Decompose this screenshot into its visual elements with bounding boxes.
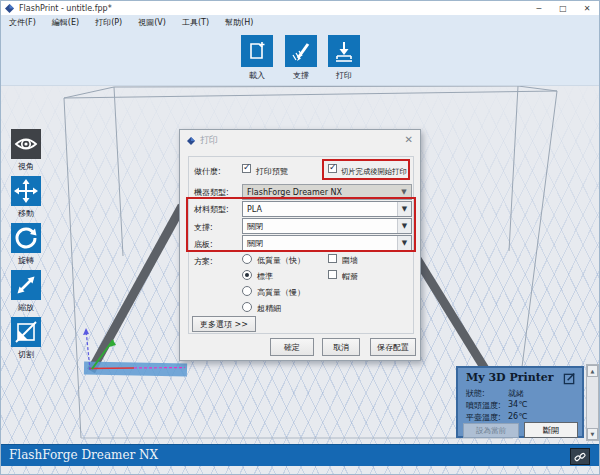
support-dropdown[interactable]: 關閉 ▼	[242, 218, 412, 234]
brim-checkbox[interactable]	[328, 270, 337, 279]
panel-scrollbar[interactable]: ▲ ▼	[586, 364, 599, 441]
move-tool-label: 移動	[11, 208, 41, 219]
scale-tool-label: 縮放	[11, 302, 41, 313]
chevron-down-icon: ▼	[397, 185, 411, 199]
disconnect-button[interactable]: 斷開	[524, 422, 578, 438]
main-toolbar: 載入 支撐 打印	[1, 29, 600, 86]
print-preview-checkbox[interactable]: ✓	[242, 164, 251, 173]
minimize-button[interactable]: ─	[527, 1, 551, 15]
flashprint-logo-icon	[5, 4, 14, 13]
chevron-down-icon[interactable]: ▼	[397, 202, 411, 216]
material-type-label: 材料類型:	[194, 204, 229, 215]
load-icon	[241, 35, 273, 67]
print-label: 打印	[328, 70, 360, 81]
machine-name: FlashForge Dreamer NX	[9, 448, 158, 462]
window-title: FlashPrint - untitle.fpp*	[19, 4, 112, 13]
menu-print[interactable]: 打印(P)	[87, 15, 130, 29]
print-button[interactable]: 打印	[328, 35, 360, 81]
print-dialog-titlebar[interactable]: 打印	[180, 130, 420, 151]
sidebar-item-view[interactable]: 視角	[11, 129, 41, 172]
status-value: 就緒	[508, 388, 524, 399]
menubar: 文件(F) 編輯(E) 打印(P) 視圖(V) 工具(T) 幫助(H)	[1, 15, 600, 29]
close-button[interactable]: ✕	[575, 1, 599, 15]
support-label: 支撐:	[194, 222, 213, 233]
menu-edit[interactable]: 編輯(E)	[44, 15, 87, 29]
menu-file[interactable]: 文件(F)	[1, 15, 44, 29]
scheme-hyper-fine-label[interactable]: 超精細	[257, 303, 281, 314]
menu-view[interactable]: 視圖(V)	[130, 15, 174, 29]
chevron-down-icon[interactable]: ▼	[397, 219, 411, 233]
scheme-low-quality-radio[interactable]	[242, 254, 252, 264]
scroll-down-icon[interactable]: ▼	[587, 428, 598, 440]
sidebar-item-scale[interactable]: 縮放	[11, 270, 41, 313]
support-label: 支撐	[285, 70, 317, 81]
dialog-title: 打印	[200, 134, 218, 147]
start-after-slicing-checkbox[interactable]: ✓	[328, 164, 337, 173]
cancel-button[interactable]: 取消	[322, 338, 360, 356]
menu-help[interactable]: 幫助(H)	[217, 15, 261, 29]
scheme-high-quality-radio[interactable]	[242, 286, 252, 296]
link-icon	[574, 451, 586, 463]
scheme-hyper-fine-radio[interactable]	[242, 302, 252, 312]
x-axis	[89, 368, 134, 369]
print-preview-label[interactable]: 打印預覽	[256, 166, 288, 177]
load-button[interactable]: 載入	[241, 35, 273, 81]
machine-type-value: FlashForge Dreamer NX	[243, 188, 397, 197]
scale-icon	[11, 270, 41, 300]
titlebar: FlashPrint - untitle.fpp*	[1, 1, 600, 15]
status-label: 狀態:	[466, 388, 485, 399]
start-after-slicing-label[interactable]: 切片完成後開始打印	[341, 167, 407, 177]
scheme-high-quality-label[interactable]: 高質量（慢）	[257, 287, 305, 298]
machine-statusbar: FlashForge Dreamer NX	[1, 444, 600, 466]
save-config-button[interactable]: 保存配置	[370, 338, 416, 356]
platform-temp-label: 平臺溫度:	[466, 412, 501, 423]
view-tool-label: 視角	[11, 161, 41, 172]
raft-value: 關閉	[243, 238, 397, 249]
sidebar-item-move[interactable]: 移動	[11, 176, 41, 219]
sidebar-item-cut[interactable]: 切割	[11, 317, 41, 360]
dialog-logo-icon	[187, 137, 195, 145]
brim-label[interactable]: 帽簷	[342, 271, 358, 282]
load-label: 載入	[241, 70, 273, 81]
machine-type-dropdown: FlashForge Dreamer NX ▼	[242, 184, 412, 200]
raft-dropdown[interactable]: 關閉 ▼	[242, 235, 412, 251]
support-button[interactable]: 支撐	[285, 35, 317, 81]
machine-type-label: 機器類型:	[194, 187, 229, 198]
maximize-button[interactable]: □	[551, 1, 575, 15]
nozzle-temp-label: 噴頭溫度:	[466, 400, 501, 411]
connect-link-button[interactable]	[570, 448, 590, 465]
printer-panel: My 3D Printer 狀態: 就緒 噴頭溫度: 34℃ 平臺溫度: 26℃…	[456, 366, 584, 438]
print-icon	[328, 35, 360, 67]
menu-tools[interactable]: 工具(T)	[174, 15, 217, 29]
platform-temp-value: 26℃	[508, 412, 527, 421]
eye-icon	[11, 129, 41, 159]
edit-printer-icon[interactable]	[563, 372, 576, 385]
ok-button[interactable]: 確定	[270, 338, 314, 356]
scheme-standard-label[interactable]: 標準	[257, 271, 273, 282]
material-type-dropdown[interactable]: PLA ▼	[242, 201, 412, 217]
move-icon	[11, 176, 41, 206]
cut-tool-label: 切割	[11, 349, 41, 360]
raft-label: 底板:	[194, 239, 213, 250]
dialog-close-icon[interactable]: ✕	[405, 134, 413, 145]
scheme-label: 方案:	[194, 256, 213, 267]
support-value: 關閉	[243, 221, 397, 232]
wall-label[interactable]: 圍墻	[342, 255, 358, 266]
check-icon: ✓	[329, 162, 337, 172]
support-icon	[285, 35, 317, 67]
sidebar-item-rotate[interactable]: 旋轉	[11, 223, 41, 266]
set-current-button[interactable]: 設為當前	[463, 423, 519, 438]
nozzle-temp-value: 34℃	[508, 400, 527, 409]
wall-checkbox[interactable]	[328, 254, 337, 263]
scheme-low-quality-label[interactable]: 低質量（快）	[257, 255, 305, 266]
flashprint-window: FlashPrint - untitle.fpp* ─ □ ✕ 文件(F) 編輯…	[0, 0, 600, 475]
material-type-value: PLA	[243, 205, 397, 214]
rotate-icon	[11, 223, 41, 253]
rotate-tool-label: 旋轉	[11, 255, 41, 266]
cut-icon	[11, 317, 41, 347]
more-options-button[interactable]: 更多選項 >>	[192, 316, 256, 332]
chevron-down-icon[interactable]: ▼	[397, 236, 411, 250]
scroll-up-icon[interactable]: ▲	[587, 365, 598, 377]
check-icon: ✓	[243, 162, 251, 172]
scheme-standard-radio[interactable]	[242, 270, 252, 280]
